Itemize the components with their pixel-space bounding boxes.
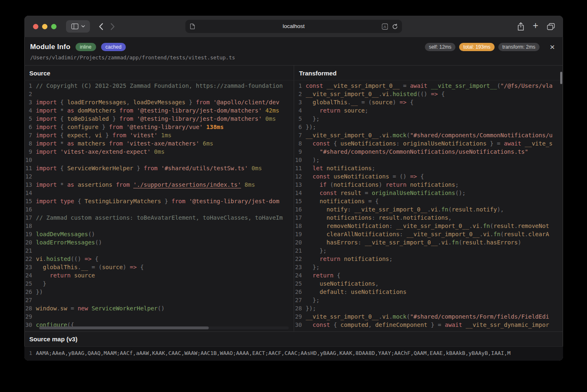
line-number: 18 (294, 222, 306, 230)
code-text: notifications = { (306, 197, 379, 205)
code-line: 12 (24, 172, 294, 181)
code-text: }); (306, 304, 316, 312)
sidebar-toggle-button[interactable] (66, 20, 90, 33)
line-number: 25 (294, 279, 306, 288)
module-file-path: /Users/vladimir/Projects/zammad/app/fron… (30, 54, 555, 61)
close-icon[interactable]: × (550, 42, 555, 51)
line-number: 8 (294, 139, 306, 148)
translate-icon[interactable]: A (382, 23, 388, 30)
total-time-badge: total: 193ms (459, 43, 494, 51)
code-text: useNotifications, (306, 279, 379, 288)
transformed-panel: Transformed 1const __vite_ssr_import_0__… (294, 66, 563, 331)
new-tab-icon[interactable]: + (533, 21, 538, 31)
code-text: default: useNotifications (306, 288, 406, 296)
line-number: 24 (24, 271, 36, 279)
code-line: 25 } (24, 279, 294, 288)
code-line: 19 clearAllNotifications: __vite_ssr_imp… (294, 230, 563, 238)
chevron-down-icon (81, 25, 85, 28)
line-number: 28 (24, 304, 36, 312)
reload-icon[interactable] (392, 23, 398, 30)
code-line: 29 (24, 312, 294, 321)
sourcemap-title: Source map (v3) (24, 332, 563, 346)
line-number: 21 (294, 246, 306, 255)
vertical-scrollbar-thumb[interactable] (560, 72, 562, 84)
code-line: 27 }; (294, 296, 563, 304)
line-number: 14 (24, 189, 36, 197)
line-number: 8 (24, 139, 36, 148)
line-number: 14 (294, 189, 306, 197)
code-text: return source; (306, 106, 368, 115)
line-number: 19 (24, 230, 36, 238)
line-number: 11 (24, 164, 36, 172)
url-text[interactable]: localhost (186, 20, 402, 33)
zoom-window-button[interactable] (51, 24, 57, 29)
source-panel: Source 1// Copyright (C) 2012-2025 Zamma… (24, 66, 294, 331)
code-text: vi.hoisted(() => { (36, 255, 99, 263)
line-number: 30 (24, 321, 36, 329)
cached-badge: cached (101, 43, 126, 51)
back-button[interactable] (99, 23, 103, 30)
code-text: const __vite_ssr_import_0__ = await __vi… (306, 82, 553, 90)
line-number: 6 (294, 123, 306, 131)
code-line: 26 default: useNotifications (294, 288, 563, 296)
code-text: __vite_ssr_import_0__.vi.mock("#shared/c… (306, 312, 549, 321)
close-window-button[interactable] (33, 24, 38, 29)
code-text: globalThis.__ = (source) => { (36, 263, 144, 271)
line-number: 7 (294, 131, 306, 139)
code-text: ); (306, 156, 320, 164)
code-text: const { computed, defineComponent } = aw… (306, 321, 549, 329)
code-line: 1// Copyright (C) 2012-2025 Zammad Found… (24, 82, 294, 90)
code-text: }; (306, 263, 320, 271)
code-line: 7__vite_ssr_import_0__.vi.mock("#shared/… (294, 131, 563, 139)
line-number: 22 (294, 255, 306, 263)
code-text: notify: __vite_ssr_import_0__.vi.fn(resu… (306, 205, 504, 214)
line-number: 22 (24, 255, 36, 263)
code-text: // Copyright (C) 2012-2025 Zammad Founda… (36, 82, 283, 90)
code-line: 17 notifications: result.notifications, (294, 214, 563, 222)
code-line: 16 notify: __vite_ssr_import_0__.vi.fn(r… (294, 205, 563, 214)
code-line: 18 (24, 222, 294, 230)
code-line: 14 (24, 189, 294, 197)
line-number: 27 (294, 296, 306, 304)
code-line: 26}) (24, 288, 294, 296)
line-number: 24 (294, 271, 306, 279)
code-text: return notifications; (306, 255, 393, 263)
line-number: 5 (294, 115, 306, 123)
code-line: 6}); (294, 123, 563, 131)
line-number: 13 (294, 181, 306, 189)
code-text: hasErrors: __vite_ssr_import_0__.vi.fn(r… (306, 238, 521, 246)
line-number: 9 (24, 148, 36, 156)
code-text: return source (36, 271, 95, 279)
code-text: import 'vitest-axe/extend-expect' 0ms (36, 148, 165, 156)
code-text: import { expect, vi } from 'vitest' 1ms (36, 131, 172, 139)
code-text: clearAllNotifications: __vite_ssr_import… (306, 230, 549, 238)
minimize-window-button[interactable] (42, 24, 47, 29)
tab-overview-icon[interactable] (547, 23, 555, 30)
line-number: 1 (24, 350, 36, 356)
code-line: 10 (24, 156, 294, 164)
code-text: import * as matchers from 'vitest-axe/ma… (36, 139, 213, 148)
scrollbar-thumb[interactable] (39, 326, 209, 329)
line-number: 10 (294, 156, 306, 164)
code-line: 9import 'vitest-axe/extend-expect' 0ms (24, 148, 294, 156)
code-text: if (notifications) return notifications; (306, 181, 459, 189)
code-line: 2 (24, 90, 294, 98)
line-number: 11 (294, 164, 306, 172)
line-number: 6 (24, 123, 36, 131)
horizontal-scrollbar[interactable] (39, 326, 289, 329)
share-icon[interactable] (517, 22, 524, 31)
code-line: 1const __vite_ssr_import_0__ = await __v… (294, 82, 563, 90)
code-text: import type { TestingLibraryMatchers } f… (36, 197, 279, 205)
address-bar[interactable]: localhost A (186, 20, 402, 33)
browser-titlebar: localhost A + (24, 16, 563, 37)
module-info-header: Module Info inline cached self: 12ms tot… (24, 37, 563, 66)
line-number: 12 (24, 172, 36, 181)
code-panels: Source 1// Copyright (C) 2012-2025 Zamma… (24, 66, 563, 331)
svg-text:A: A (384, 24, 387, 29)
line-number: 5 (24, 115, 36, 123)
forward-button[interactable] (111, 23, 115, 30)
code-text: return { (306, 271, 340, 279)
code-line: 15 notifications = { (294, 197, 563, 205)
code-text: import { ServiceWorkerHelper } from '#sh… (36, 164, 262, 172)
file-link[interactable]: './support/assertions/index.ts' (133, 181, 241, 188)
